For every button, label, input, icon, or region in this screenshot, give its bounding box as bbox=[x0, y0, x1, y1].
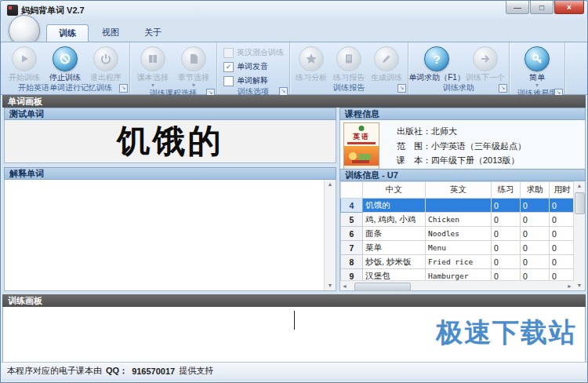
watermark: 极速下载站 bbox=[436, 315, 577, 351]
book-line: 课 本：四年级下册（2013版） bbox=[397, 155, 582, 166]
ribbon-group-options: 英汉混合训练 ✓ 单词发音 单词解释 训练选项 ↘ bbox=[217, 42, 290, 94]
group-label-report: 训练报告 bbox=[333, 83, 365, 92]
course-info-panel: 课程信息 英语 出版社：北师大 范 围：小学英语（三年级起点） 课 本：四年级下… bbox=[339, 108, 586, 173]
test-word-area: 饥饿的 bbox=[4, 120, 336, 163]
table-row[interactable]: 8炒饭, 炒米饭Fried rice 000 bbox=[341, 255, 575, 269]
text-caret bbox=[294, 311, 295, 330]
scroll-left-icon[interactable]: ◄ bbox=[342, 283, 347, 289]
cover-title: 英语 bbox=[344, 132, 379, 142]
exit-program-button[interactable]: 退出程序 bbox=[85, 45, 126, 82]
training-board-header: 训练画板 bbox=[2, 294, 586, 307]
publisher-line: 出版社：北师大 bbox=[397, 126, 582, 137]
generate-training-button[interactable]: 生成训练 bbox=[368, 45, 405, 82]
pencil-icon bbox=[374, 46, 399, 71]
report-icon bbox=[336, 46, 361, 71]
scrollbar-thumb[interactable] bbox=[575, 192, 585, 214]
scroll-down-icon[interactable]: ▼ bbox=[328, 281, 333, 290]
dialog-launcher-icon[interactable]: ↘ bbox=[499, 84, 507, 93]
word-table: 中文 英文 练习 求助 用时 4饥饿的 000 5鸡, 鸡肉, 小鸡Chicke… bbox=[340, 181, 575, 283]
difficulty-button[interactable]: 简单 ▾ bbox=[517, 45, 557, 88]
document-icon bbox=[181, 46, 206, 71]
table-row[interactable]: 7菜单Menu 000 bbox=[341, 241, 575, 255]
minimize-button[interactable]: — bbox=[506, 1, 529, 14]
ribbon-group-report: 练习分析 练习报告 生成训练 训练报告 ↘ bbox=[290, 42, 408, 94]
qq-label: QQ： bbox=[106, 365, 128, 377]
window-controls: — □ × bbox=[506, 1, 584, 14]
training-info-panel: 训练信息 - U7 中文 英文 练习 求助 用时 4饥饿的 000 5鸡, 鸡肉… bbox=[339, 169, 586, 291]
checkbox-checked-icon: ✓ bbox=[223, 62, 234, 72]
scrollbar-thumb[interactable] bbox=[354, 283, 411, 291]
power-icon bbox=[93, 46, 118, 71]
scroll-right-icon[interactable]: ► bbox=[567, 283, 572, 289]
scope-line: 范 围：小学英语（三年级起点） bbox=[397, 140, 582, 152]
table-vertical-scrollbar[interactable]: ▲ ▼ bbox=[573, 181, 585, 290]
group-label-help: 训练求助 bbox=[443, 83, 474, 92]
status-bar: 本程序对应的电子课本由 QQ： 916570017 提供支持 bbox=[1, 362, 587, 379]
table-header-row: 中文 英文 练习 求助 用时 bbox=[341, 182, 575, 199]
app-icon bbox=[7, 5, 18, 16]
close-icon: × bbox=[567, 3, 572, 12]
app-window: 妈妈背单词 V2.7 — □ × 训练 视图 关于 开始训练 bbox=[0, 0, 588, 383]
book-select-button[interactable]: 课本选择 ▾ bbox=[132, 45, 173, 88]
table-row[interactable]: 4饥饿的 000 bbox=[341, 199, 575, 213]
practice-analysis-button[interactable]: 练习分析 bbox=[292, 45, 330, 82]
question-icon: ? bbox=[424, 46, 449, 71]
qq-number: 916570017 bbox=[132, 367, 175, 376]
word-board-header: 单词画板 bbox=[2, 95, 586, 108]
ribbon: 开始训练 停止训练 退出程序 开始英语单词进行记忆训练 ↘ bbox=[1, 42, 587, 95]
table-row[interactable]: 6面条Noodles 000 bbox=[341, 227, 575, 241]
tab-row: 训练 视图 关于 bbox=[1, 20, 587, 42]
training-info-header: 训练信息 - U7 bbox=[339, 169, 586, 181]
training-board-area[interactable]: 极速下载站 bbox=[2, 307, 586, 363]
book-icon bbox=[140, 46, 165, 71]
test-word: 饥饿的 bbox=[118, 119, 223, 163]
word-pronounce-checkbox[interactable]: ✓ 单词发音 bbox=[223, 61, 285, 72]
stop-training-button[interactable]: 停止训练 bbox=[45, 45, 85, 82]
table-horizontal-scrollbar[interactable]: ◄ ► bbox=[340, 280, 574, 290]
titlebar: 妈妈背单词 V2.7 — □ × bbox=[1, 1, 587, 20]
scroll-up-icon[interactable]: ▲ bbox=[577, 181, 583, 191]
explain-word-area[interactable]: ▲ ▼ bbox=[4, 180, 336, 291]
start-training-button[interactable]: 开始训练 bbox=[4, 45, 45, 82]
checkbox-icon bbox=[223, 48, 234, 58]
test-word-panel: 测试单词 饥饿的 bbox=[4, 108, 336, 163]
textbook-cover: 英语 bbox=[343, 122, 379, 170]
maximize-icon: □ bbox=[539, 3, 544, 12]
tab-training[interactable]: 训练 bbox=[46, 24, 89, 42]
scroll-down-icon[interactable]: ▼ bbox=[577, 281, 583, 290]
course-info-body: 英语 出版社：北师大 范 围：小学英语（三年级起点） 课 本：四年级下册（201… bbox=[339, 120, 586, 173]
table-row[interactable]: 5鸡, 鸡肉, 小鸡Chicken 000 bbox=[341, 213, 575, 227]
dialog-launcher-icon[interactable]: ↘ bbox=[397, 84, 406, 93]
chapter-select-button[interactable]: 章节选择 ▾ bbox=[173, 45, 214, 88]
window-title: 妈妈背单词 V2.7 bbox=[21, 5, 506, 16]
vertical-scrollbar[interactable]: ▲ ▼ bbox=[324, 180, 336, 290]
word-table-container: 中文 英文 练习 求助 用时 4饥饿的 000 5鸡, 鸡肉, 小鸡Chicke… bbox=[339, 181, 586, 291]
status-suffix: 提供支持 bbox=[179, 365, 213, 377]
scroll-up-icon[interactable]: ▲ bbox=[328, 180, 333, 189]
arrow-right-icon bbox=[473, 46, 498, 71]
ribbon-group-difficulty: 简单 ▾ 训练难易度 ↘ bbox=[510, 42, 565, 94]
maximize-button[interactable]: □ bbox=[530, 1, 554, 14]
dialog-launcher-icon[interactable]: ↘ bbox=[119, 84, 128, 93]
checkbox-icon bbox=[223, 76, 234, 86]
close-button[interactable]: × bbox=[554, 1, 584, 14]
course-info-header: 课程信息 bbox=[339, 108, 586, 120]
ribbon-group-course: 课本选择 ▾ 章节选择 ▾ 训练课程选择 ↘ bbox=[130, 42, 217, 94]
publisher-logo-icon bbox=[359, 126, 365, 131]
test-word-header: 测试单词 bbox=[4, 108, 336, 120]
play-icon bbox=[12, 46, 37, 71]
explain-word-header: 解释单词 bbox=[4, 167, 336, 180]
tab-view[interactable]: 视图 bbox=[90, 24, 131, 41]
word-explain-checkbox[interactable]: 单词解释 bbox=[223, 75, 285, 86]
explain-word-panel: 解释单词 ▲ ▼ bbox=[4, 167, 336, 291]
ribbon-group-help: ? 单词求助（F1） 训练下一个 训练求助 ↘ bbox=[408, 42, 510, 94]
ribbon-group-start: 开始训练 停止训练 退出程序 开始英语单词进行记忆训练 ↘ bbox=[1, 42, 130, 94]
minimize-icon: — bbox=[514, 3, 521, 12]
word-help-button[interactable]: ? 单词求助（F1） bbox=[410, 45, 463, 82]
key-icon bbox=[524, 46, 550, 71]
next-word-button[interactable]: 训练下一个 bbox=[463, 45, 507, 82]
mixed-training-checkbox[interactable]: 英汉混合训练 bbox=[223, 47, 285, 58]
tab-about[interactable]: 关于 bbox=[132, 24, 173, 41]
practice-report-button[interactable]: 练习报告 bbox=[330, 45, 368, 82]
group-label-start: 开始英语单词进行记忆训练 bbox=[18, 83, 112, 92]
